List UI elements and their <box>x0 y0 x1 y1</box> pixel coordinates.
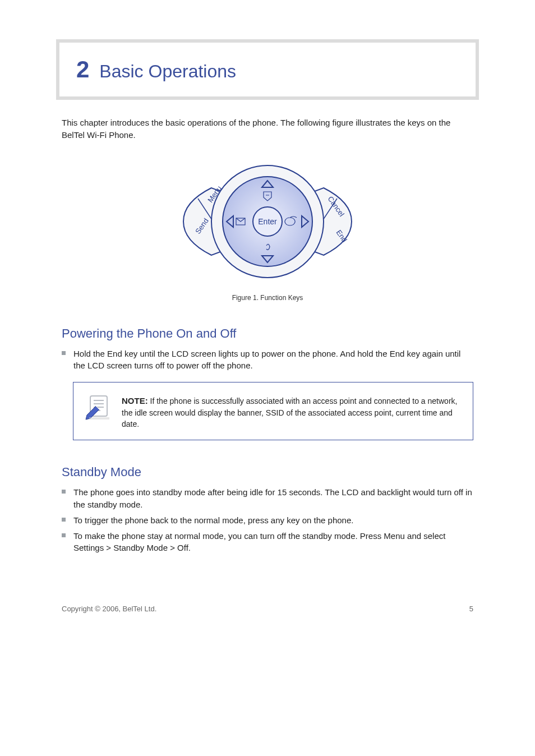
note-icon <box>84 393 112 421</box>
power-bullet-1: Hold the End key until the LCD screen li… <box>73 348 473 372</box>
standby-bullets: The phone goes into standby mode after b… <box>62 486 473 554</box>
standby-bullet-1: The phone goes into standby mode after b… <box>73 486 473 511</box>
figure-caption: Figure 1. Function Keys <box>50 294 485 302</box>
section-power-heading: Powering the Phone On and Off <box>62 326 473 341</box>
bullet-icon <box>62 533 66 537</box>
svg-rect-11 <box>89 417 109 420</box>
bullet-icon <box>62 518 66 522</box>
page-footer: Copyright © 2006, BelTel Ltd. 5 <box>50 605 485 613</box>
note-text: NOTE: If the phone is successfully assoc… <box>122 393 462 430</box>
chapter-title-box: 2 Basic Operations <box>56 39 479 100</box>
footer-copyright: Copyright © 2006, BelTel Ltd. <box>62 605 156 613</box>
power-bullets: Hold the End key until the LCD screen li… <box>62 348 473 372</box>
standby-bullet-3: To make the phone stay at normal mode, y… <box>73 530 473 555</box>
section-standby-heading: Standby Mode <box>62 465 473 480</box>
intro-paragraph: This chapter introduces the basic operat… <box>62 117 473 141</box>
chapter-number: 2 <box>76 56 89 83</box>
standby-bullet-2: To trigger the phone back to the normal … <box>73 514 353 527</box>
keypad-figure: Enter Menu Send Cancel End Figure 1. Fun… <box>50 157 485 302</box>
note-body: If the phone is successfully associated … <box>122 397 457 428</box>
chapter-title: Basic Operations <box>99 61 236 82</box>
enter-label: Enter <box>258 217 277 226</box>
bullet-icon <box>62 490 66 494</box>
bullet-icon <box>62 351 66 355</box>
footer-page-number: 5 <box>469 605 473 613</box>
note-box: NOTE: If the phone is successfully assoc… <box>73 382 473 440</box>
note-heading: NOTE: <box>122 396 148 405</box>
